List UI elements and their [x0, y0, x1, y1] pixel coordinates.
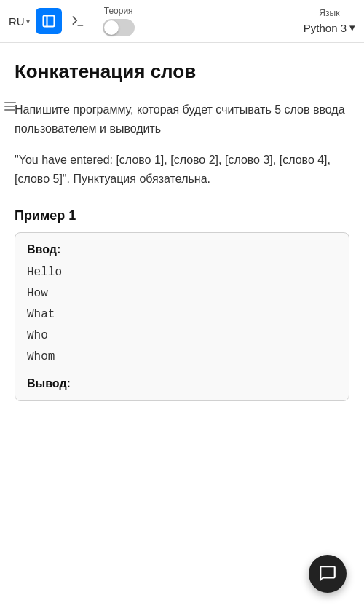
toolbar-buttons — [36, 8, 91, 34]
book-icon — [41, 14, 56, 28]
lang-ru-text: RU — [9, 15, 25, 28]
theory-toggle[interactable] — [103, 19, 135, 36]
language-value: Python 3 — [304, 22, 347, 34]
language-chevron: ▾ — [349, 21, 355, 34]
language-selector-ru[interactable]: RU ▾ — [9, 15, 30, 28]
output-label: Вывод: — [27, 377, 337, 390]
example-section: Пример 1 Ввод: Hello How What Who Whom В… — [15, 208, 349, 401]
language-right-section: Язык Python 3 ▾ — [304, 8, 355, 34]
terminal-button[interactable] — [65, 8, 91, 34]
example-text: "You have entered: [слово 1], [слово 2],… — [15, 151, 349, 188]
main-content: Конкатенация слов Напишите программу, ко… — [0, 43, 364, 416]
terminal-icon — [71, 14, 85, 28]
input-line-1: Hello — [27, 262, 337, 283]
example-box: Ввод: Hello How What Who Whom Вывод: — [15, 232, 349, 401]
input-line-2: How — [27, 283, 337, 304]
svg-rect-0 — [43, 16, 54, 27]
toolbar: RU ▾ Теория Язык Python 3 ▾ — [0, 0, 364, 43]
input-label: Ввод: — [27, 243, 337, 256]
page-title: Конкатенация слов — [15, 60, 349, 83]
language-select[interactable]: Python 3 ▾ — [304, 21, 355, 34]
description-block: Напишите программу, которая будет считыв… — [15, 100, 349, 188]
chat-button[interactable] — [309, 555, 347, 593]
language-right-label: Язык — [319, 8, 339, 18]
chat-icon — [318, 564, 337, 583]
toggle-thumb — [104, 20, 119, 35]
example-header: Пример 1 — [15, 208, 349, 224]
input-line-3: What — [27, 304, 337, 325]
input-line-4: Who — [27, 325, 337, 347]
book-button[interactable] — [36, 8, 62, 34]
theory-section: Теория — [103, 6, 135, 36]
toggle-track — [103, 19, 135, 36]
input-line-5: Whom — [27, 347, 337, 368]
input-code: Hello How What Who Whom — [27, 262, 337, 367]
theory-label: Теория — [104, 6, 133, 16]
hamburger-icon[interactable] — [4, 102, 16, 111]
description-text: Напишите программу, которая будет считыв… — [15, 100, 349, 138]
lang-ru-chevron: ▾ — [26, 17, 30, 25]
